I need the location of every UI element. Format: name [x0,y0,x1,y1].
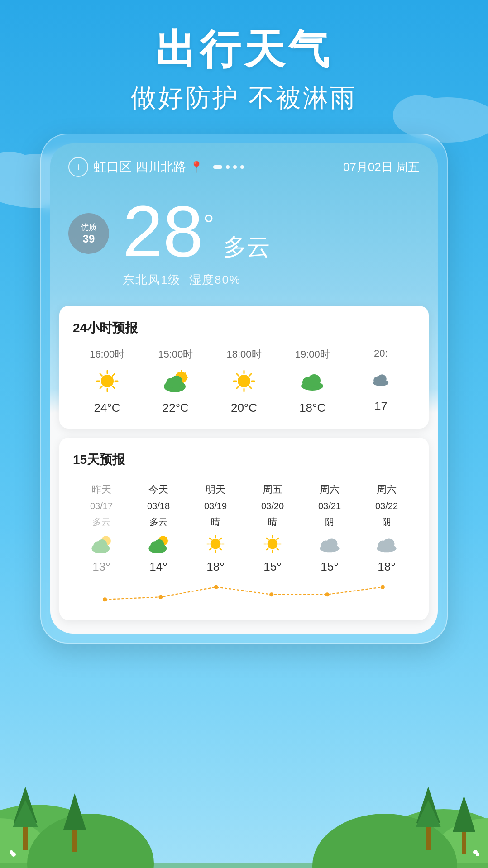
day-condition-1: 多云 [92,516,110,528]
day-item-2: 今天 03/18 多云 [130,479,187,577]
svg-point-73 [214,585,218,589]
svg-point-56 [268,539,278,549]
svg-point-74 [269,592,273,596]
add-location-button[interactable]: + [68,157,88,177]
day-temp-3: 18° [206,560,224,574]
day-label-6: 周六 [377,483,397,496]
svg-point-47 [211,539,221,549]
svg-rect-97 [0,863,488,868]
hour-item-2: 15:00时 [141,348,210,415]
day-temp-5: 15° [321,560,338,574]
main-title: 出行天气 [18,27,470,72]
day-condition-2: 多云 [149,516,167,528]
sub-title: 做好防护 不被淋雨 [18,81,470,115]
day-label-2: 今天 [148,483,168,496]
weather-header: + 虹口区 四川北路 📍 07月02日 周五 [50,143,438,186]
day-icon-2 [147,533,170,555]
location-name: 虹口区 四川北路 [94,158,186,176]
hour-temp-4: 18°C [299,401,325,415]
page-indicators [213,165,244,169]
day-label-5: 周六 [320,483,340,496]
svg-line-62 [277,548,278,550]
day-label-3: 明天 [206,483,225,496]
phone-mockup: + 虹口区 四川北路 📍 07月02日 周五 [40,134,448,644]
day-item-3: 明天 03/19 晴 [187,479,244,577]
svg-point-96 [476,853,479,856]
hour-temp-5: 17 [374,399,388,413]
hourly-forecast-title: 24小时预报 [73,320,415,337]
hour-icon-2 [162,367,189,395]
hour-icon-4 [299,367,326,395]
day-icon-4 [261,533,284,555]
svg-line-27 [249,386,252,389]
day-label-4: 周五 [263,483,282,496]
hour-label-5: 20: [374,348,388,359]
day-item-4: 周五 03/20 晴 [244,479,301,577]
svg-point-32 [308,374,321,387]
daily-forecast-grid: 昨天 03/17 多云 13° [73,479,415,577]
hour-item-4: 19:00时 18°C [278,348,347,415]
weather-detail: 东北风1级 湿度80% [123,272,420,288]
temperature: 28 [123,195,203,267]
hour-icon-1 [94,367,121,395]
day-item-1: 昨天 03/17 多云 13° [73,479,130,577]
svg-point-21 [238,375,250,387]
aqi-value: 39 [83,233,95,245]
day-item-6: 周六 03/22 阴 18° [358,479,415,577]
weather-main: 优质 39 28 ° 多云 东北风1级 湿度80% [50,186,438,306]
hour-temp-3: 20°C [231,401,257,415]
day-icon-1 [90,533,113,555]
svg-rect-93 [462,830,466,854]
hour-item-5: 20: 17 [347,348,415,415]
hourly-forecast-list: 16:00时 [73,348,415,415]
svg-point-76 [381,585,385,589]
day-date-4: 03/20 [261,501,284,511]
svg-line-10 [100,374,102,376]
dot-4 [240,165,244,169]
bottom-scenery [0,732,488,868]
svg-point-67 [326,539,338,550]
day-condition-4: 晴 [268,516,277,528]
top-banner: 出行天气 做好防护 不被淋雨 [0,0,488,134]
svg-line-53 [220,548,221,550]
svg-point-70 [383,539,395,550]
svg-point-75 [325,592,329,596]
day-condition-6: 阴 [382,516,391,528]
date-display: 07月02日 周五 [343,159,420,175]
svg-point-72 [158,595,163,599]
day-icon-5 [318,533,341,555]
temp-line-graph [73,582,415,606]
hour-temp-2: 22°C [163,401,189,415]
aqi-badge: 优质 39 [68,213,109,254]
svg-point-46 [154,539,164,549]
svg-line-61 [267,538,268,540]
day-condition-5: 阴 [325,516,334,528]
svg-line-29 [237,386,239,389]
hour-label-2: 15:00时 [158,348,193,361]
svg-line-63 [277,538,278,540]
day-temp-6: 18° [378,560,395,574]
svg-line-28 [249,374,252,376]
hour-item-3: 18:00时 [210,348,278,415]
svg-line-64 [267,548,268,550]
svg-point-20 [171,376,182,387]
hour-label-4: 19:00时 [295,348,330,361]
hour-icon-5 [367,366,394,393]
day-condition-3: 晴 [211,516,220,528]
svg-point-35 [378,374,387,383]
location-pin-icon: 📍 [190,161,203,173]
hour-icon-3 [230,367,258,395]
day-icon-6 [375,533,398,555]
svg-point-71 [103,597,107,601]
day-item-5: 周六 03/21 阴 15° [301,479,358,577]
day-temp-2: 14° [149,560,167,574]
day-temp-1: 13° [92,560,110,574]
day-date-6: 03/22 [375,501,398,511]
daily-forecast-card: 15天预报 昨天 03/17 多云 [59,438,429,620]
aqi-label: 优质 [81,222,97,233]
svg-point-86 [10,850,13,854]
svg-line-26 [237,374,239,376]
day-temp-4: 15° [263,560,281,574]
day-date-2: 03/18 [147,501,170,511]
day-label-1: 昨天 [91,483,111,496]
